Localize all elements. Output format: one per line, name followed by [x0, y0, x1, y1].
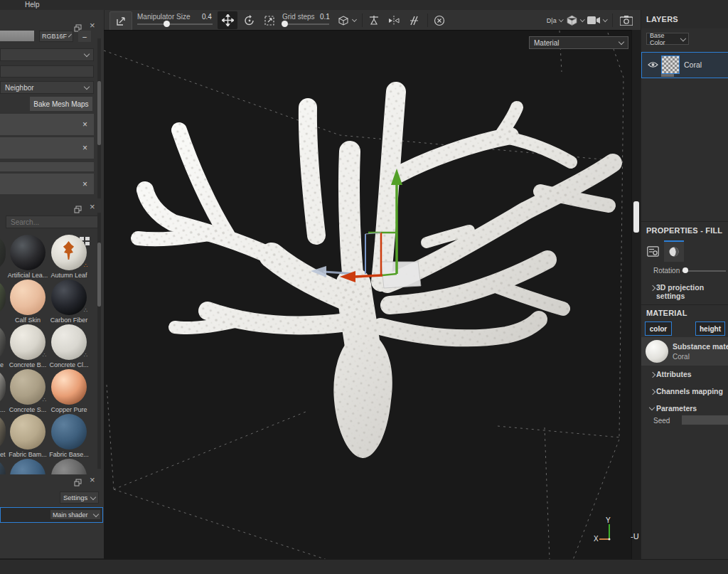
mirror-button[interactable]: [385, 11, 403, 29]
manipulator-size-handle[interactable]: [164, 21, 170, 27]
rotate-tool-button[interactable]: [240, 11, 259, 29]
tab-material[interactable]: [664, 240, 684, 262]
material-item[interactable]: Copper Pure: [48, 369, 90, 414]
material-item[interactable]: Fabric Base...: [48, 414, 90, 459]
material-item[interactable]: Fabric Bam...: [7, 414, 48, 459]
menu-help[interactable]: Help: [25, 1, 40, 9]
rotation-slider[interactable]: [682, 270, 726, 272]
scrollbar[interactable]: [97, 38, 101, 198]
seed-field[interactable]: [682, 415, 728, 425]
material-item[interactable]: ∴ Carbon Fiber: [48, 280, 90, 324]
scale-tool-button[interactable]: [260, 11, 279, 29]
grid-steps-handle[interactable]: [282, 21, 288, 27]
scrollbar[interactable]: [97, 213, 101, 469]
material-thumbnail[interactable]: ∴: [10, 324, 46, 360]
material-item[interactable]: ∴ Concrete B...: [7, 324, 48, 369]
channel-dropdown[interactable]: Base Color: [646, 33, 689, 45]
material-thumbnail[interactable]: ∴: [51, 324, 87, 360]
material-item[interactable]: [7, 459, 48, 474]
shader-row[interactable]: Main shader: [0, 507, 103, 523]
color-channel-button[interactable]: color: [645, 321, 672, 336]
material-thumbnail[interactable]: ∴: [10, 369, 46, 405]
material-thumbnail[interactable]: [10, 459, 46, 474]
close-icon[interactable]: ×: [82, 143, 87, 153]
rotation-handle[interactable]: [682, 267, 688, 273]
manipulator-toggle-button[interactable]: [109, 11, 132, 31]
close-icon[interactable]: ×: [82, 119, 87, 129]
main-shader-dropdown[interactable]: Main shader: [50, 509, 101, 520]
settings-dropdown[interactable]: Settings: [60, 491, 99, 504]
search-input[interactable]: [6, 216, 100, 228]
manipulator-size-slider[interactable]: [137, 23, 213, 25]
material-item-partial[interactable]: [0, 235, 6, 280]
reset-button[interactable]: [430, 11, 449, 29]
attributes-group[interactable]: Attributes: [656, 370, 692, 378]
close-panel-icon[interactable]: ×: [90, 477, 95, 484]
material-thumbnail[interactable]: [0, 459, 6, 474]
material-item[interactable]: ∴ Concrete Cl...: [48, 324, 90, 369]
bake-mesh-maps-button[interactable]: Bake Mesh Maps: [30, 97, 92, 111]
layer-row[interactable]: Coral: [641, 52, 728, 78]
material-item[interactable]: ∴ Concrete S...: [7, 369, 48, 414]
geometry-view-button[interactable]: [565, 11, 585, 29]
projection-settings-group[interactable]: 3D projection settings: [656, 283, 728, 300]
height-channel-button[interactable]: height: [695, 321, 725, 336]
material-item-partial[interactable]: [0, 280, 6, 324]
material-item-partial[interactable]: e: [0, 324, 6, 369]
close-panel-icon[interactable]: ×: [90, 203, 95, 211]
material-thumbnail[interactable]: [0, 414, 6, 450]
material-thumbnail[interactable]: [51, 459, 87, 474]
material-thumbnail[interactable]: [0, 235, 6, 270]
screenshot-button[interactable]: [616, 11, 636, 29]
map-slot-bar[interactable]: [0, 162, 94, 171]
material-item[interactable]: Artificial Lea...: [7, 235, 48, 280]
material-thumbnail[interactable]: [0, 324, 6, 360]
tab-properties[interactable]: [643, 240, 663, 262]
close-panel-icon[interactable]: ×: [90, 22, 95, 29]
float-panel-icon[interactable]: [74, 479, 82, 487]
map-slot-row[interactable]: ×: [0, 114, 94, 135]
material-item-partial[interactable]: ...: [0, 369, 6, 414]
material-item-partial[interactable]: [0, 459, 6, 474]
camera-view-button[interactable]: [587, 11, 608, 29]
map-slot-row[interactable]: ×: [0, 137, 94, 159]
channels-mapping-group[interactable]: Channels mapping: [656, 387, 723, 395]
text-field[interactable]: [0, 65, 94, 78]
material-thumbnail[interactable]: [0, 280, 6, 315]
material-item-partial[interactable]: et: [0, 414, 6, 459]
viewport[interactable]: Y X Material: [104, 30, 631, 560]
filter-dropdown[interactable]: Neighbor: [0, 81, 94, 94]
display-settings-button[interactable]: D|a: [545, 11, 564, 29]
material-thumbnail[interactable]: [51, 369, 87, 405]
tangent-wrap-button[interactable]: [405, 11, 423, 29]
float-panel-icon[interactable]: [74, 206, 82, 213]
layer-mask-bar[interactable]: [661, 74, 674, 77]
material-thumbnail[interactable]: [10, 414, 46, 450]
material-item[interactable]: Calf Skin: [7, 280, 48, 324]
color-swatch[interactable]: [0, 31, 34, 41]
symmetry-button[interactable]: [365, 11, 383, 29]
material-thumbnail[interactable]: [0, 369, 6, 405]
strip-scrollbar-thumb[interactable]: [633, 201, 639, 233]
shading-mode-dropdown[interactable]: Material: [529, 36, 628, 49]
material-thumbnail[interactable]: [10, 235, 46, 270]
substance-material-row[interactable]: Substance material Coral: [641, 337, 728, 366]
material-thumbnail[interactable]: ∴: [51, 235, 87, 270]
remove-button[interactable]: –: [78, 31, 91, 42]
format-dropdown[interactable]: RGB16F: [39, 31, 73, 42]
map-slot-row[interactable]: ×: [0, 174, 94, 194]
material-thumbnail[interactable]: ∴: [51, 280, 87, 315]
parameters-group[interactable]: Parameters: [656, 404, 697, 413]
scrollbar-thumb[interactable]: [97, 243, 101, 307]
scrollbar-thumb[interactable]: [97, 81, 101, 145]
material-item[interactable]: [48, 459, 90, 474]
layer-thumbnail[interactable]: [661, 55, 680, 74]
pivot-mode-button[interactable]: [336, 11, 358, 29]
grid-steps-slider[interactable]: [282, 23, 329, 25]
close-icon[interactable]: ×: [82, 179, 87, 189]
move-tool-button[interactable]: [218, 11, 237, 29]
material-thumbnail[interactable]: [10, 280, 46, 315]
material-item[interactable]: ∴ Autumn Leaf: [48, 235, 90, 280]
visibility-eye-icon[interactable]: [648, 61, 658, 68]
empty-dropdown[interactable]: [0, 48, 94, 61]
